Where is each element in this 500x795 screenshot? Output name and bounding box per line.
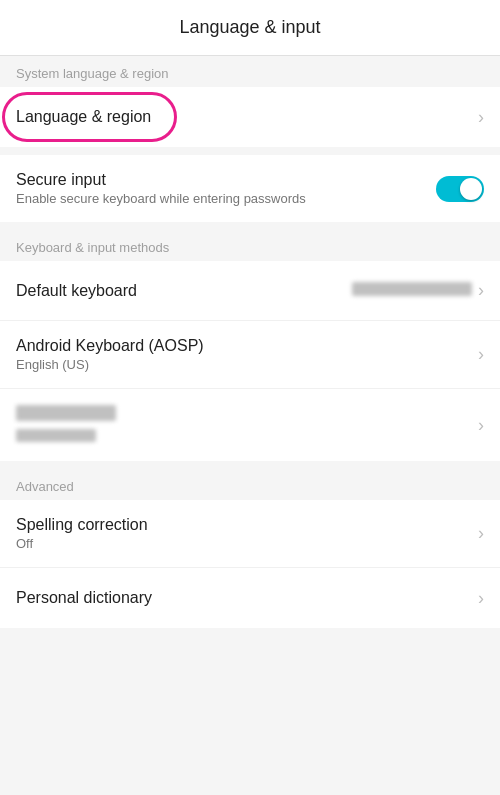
spelling-correction-item[interactable]: Spelling correction Off › (0, 500, 500, 568)
blurred-keyboard-title (16, 405, 478, 425)
language-region-chevron: › (478, 107, 484, 128)
language-region-content: Language & region (16, 108, 478, 126)
blurred-keyboard-subtitle (16, 429, 478, 445)
secure-input-content: Secure input Enable secure keyboard whil… (16, 171, 436, 206)
toggle-knob (460, 178, 482, 200)
android-keyboard-title: Android Keyboard (AOSP) (16, 337, 478, 355)
section-secure-input: Secure input Enable secure keyboard whil… (0, 155, 500, 222)
spelling-correction-title: Spelling correction (16, 516, 478, 534)
android-keyboard-item[interactable]: Android Keyboard (AOSP) English (US) › (0, 321, 500, 389)
default-keyboard-title: Default keyboard (16, 282, 352, 300)
section-label-keyboard: Keyboard & input methods (0, 230, 500, 261)
secure-input-item[interactable]: Secure input Enable secure keyboard whil… (0, 155, 500, 222)
blur-title-1 (16, 405, 116, 421)
divider-3 (0, 461, 500, 469)
default-keyboard-row: › (352, 280, 484, 301)
divider-2 (0, 222, 500, 230)
android-keyboard-chevron: › (478, 344, 484, 365)
section-advanced: Spelling correction Off › Personal dicti… (0, 500, 500, 628)
secure-input-title: Secure input (16, 171, 436, 189)
personal-dictionary-content: Personal dictionary (16, 589, 478, 607)
personal-dictionary-chevron: › (478, 588, 484, 609)
spelling-correction-content: Spelling correction Off (16, 516, 478, 551)
section-keyboard: Default keyboard › Android Keyboard (AOS… (0, 261, 500, 461)
personal-dictionary-item[interactable]: Personal dictionary › (0, 568, 500, 628)
default-keyboard-item[interactable]: Default keyboard › (0, 261, 500, 321)
keyboard-value-blur (352, 282, 472, 296)
header: Language & input (0, 0, 500, 56)
android-keyboard-content: Android Keyboard (AOSP) English (US) (16, 337, 478, 372)
secure-input-toggle[interactable] (436, 176, 484, 202)
default-keyboard-value (352, 282, 472, 299)
language-region-item[interactable]: Language & region › (0, 87, 500, 147)
spelling-correction-chevron: › (478, 523, 484, 544)
blur-subtitle-1 (16, 429, 96, 442)
android-keyboard-subtitle: English (US) (16, 357, 478, 372)
blurred-keyboard-item[interactable]: › (0, 389, 500, 461)
secure-input-subtitle: Enable secure keyboard while entering pa… (16, 191, 436, 206)
section-system-language: Language & region › (0, 87, 500, 147)
page-title: Language & input (179, 17, 320, 38)
default-keyboard-chevron: › (478, 280, 484, 301)
blurred-keyboard-content (16, 405, 478, 445)
divider-1 (0, 147, 500, 155)
language-region-title: Language & region (16, 108, 478, 126)
blurred-keyboard-chevron: › (478, 415, 484, 436)
spelling-correction-value: Off (16, 536, 478, 551)
default-keyboard-content: Default keyboard (16, 282, 352, 300)
section-label-advanced: Advanced (0, 469, 500, 500)
section-label-system-language: System language & region (0, 56, 500, 87)
personal-dictionary-title: Personal dictionary (16, 589, 478, 607)
